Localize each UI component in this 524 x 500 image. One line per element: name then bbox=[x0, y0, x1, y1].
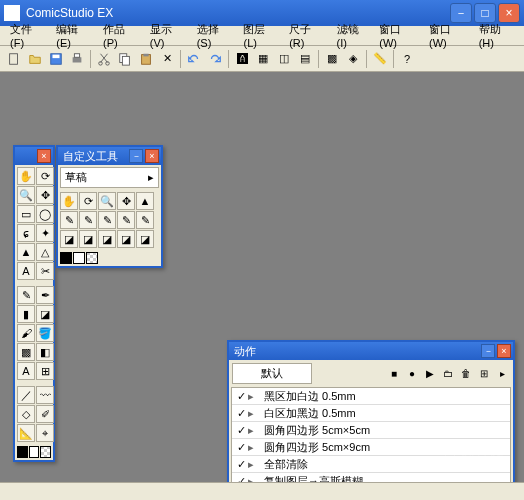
tools-panel-close[interactable]: × bbox=[37, 149, 51, 163]
action-expand-icon[interactable]: ▸ bbox=[248, 441, 262, 454]
toolbar-delete-icon[interactable]: ✕ bbox=[157, 49, 177, 69]
toolbar-open-icon[interactable] bbox=[25, 49, 45, 69]
menu-help[interactable]: 帮助(H) bbox=[473, 20, 520, 51]
menu-edit[interactable]: 编辑(E) bbox=[50, 20, 97, 51]
toolbar-grid-icon[interactable]: ▦ bbox=[253, 49, 273, 69]
ct-swatch-black[interactable] bbox=[60, 252, 72, 264]
actions-new-icon[interactable]: ⊞ bbox=[476, 366, 492, 382]
tool-marquee-ellipse-icon[interactable]: ◯ bbox=[36, 205, 54, 223]
tool-pencil-icon[interactable]: ✎ bbox=[17, 286, 35, 304]
action-expand-icon[interactable]: ▸ bbox=[248, 390, 262, 403]
action-row[interactable]: ✓▸圆角四边形 5cm×5cm bbox=[232, 422, 510, 439]
tool-path-icon[interactable]: ✐ bbox=[36, 405, 54, 423]
toolbar-btn7[interactable]: ◈ bbox=[343, 49, 363, 69]
menu-file[interactable]: 文件(F) bbox=[4, 20, 50, 51]
actions-play-icon[interactable]: ▶ bbox=[422, 366, 438, 382]
toolbar-undo-icon[interactable] bbox=[184, 49, 204, 69]
tool-lasso-icon[interactable]: ɕ bbox=[17, 224, 35, 242]
toolbar-paste-icon[interactable] bbox=[136, 49, 156, 69]
menu-layer[interactable]: 图层(L) bbox=[237, 20, 283, 51]
ct-zoom-icon[interactable]: 🔍 bbox=[98, 192, 116, 210]
action-checkbox-icon[interactable]: ✓ bbox=[234, 390, 248, 403]
tool-line-icon[interactable]: ／ bbox=[17, 386, 35, 404]
action-expand-icon[interactable]: ▸ bbox=[248, 407, 262, 420]
tool-gradient-icon[interactable]: ◧ bbox=[36, 343, 54, 361]
menu-ruler[interactable]: 尺子(R) bbox=[283, 20, 330, 51]
ct-arrow-icon[interactable]: ▲ bbox=[136, 192, 154, 210]
actions-stop-icon[interactable]: ■ bbox=[386, 366, 402, 382]
tool-zoom-icon[interactable]: 🔍 bbox=[17, 186, 35, 204]
actions-menu-icon[interactable]: ▸ bbox=[494, 366, 510, 382]
toolbar-save-icon[interactable] bbox=[46, 49, 66, 69]
tool-pen-icon[interactable]: ✒ bbox=[36, 286, 54, 304]
custom-tools-close[interactable]: × bbox=[145, 149, 159, 163]
action-expand-icon[interactable]: ▸ bbox=[248, 424, 262, 437]
tool-bucket-icon[interactable]: 🪣 bbox=[36, 324, 54, 342]
toolbar-new-icon[interactable] bbox=[4, 49, 24, 69]
menu-filter[interactable]: 滤镜(I) bbox=[331, 20, 374, 51]
ct-move-icon[interactable]: ✥ bbox=[117, 192, 135, 210]
tool-ruler2-icon[interactable]: 📐 bbox=[17, 424, 35, 442]
action-row[interactable]: ✓▸黑区加白边 0.5mm bbox=[232, 388, 510, 405]
toolbar-ruler-icon[interactable]: 📏 bbox=[370, 49, 390, 69]
actions-trash-icon[interactable]: 🗑 bbox=[458, 366, 474, 382]
tool-rotate-icon[interactable]: ⟳ bbox=[36, 167, 54, 185]
tool-text-icon[interactable]: A bbox=[17, 262, 35, 280]
actions-minimize[interactable]: － bbox=[481, 344, 495, 358]
tool-eraser-icon[interactable]: ◪ bbox=[36, 305, 54, 323]
actions-folder-icon[interactable]: 🗀 bbox=[440, 366, 456, 382]
tool-pattern-icon[interactable]: ▩ bbox=[17, 343, 35, 361]
ct-eraser2-icon[interactable]: ◪ bbox=[79, 230, 97, 248]
tool-cut-icon[interactable]: ✂ bbox=[36, 262, 54, 280]
action-checkbox-icon[interactable]: ✓ bbox=[234, 424, 248, 437]
actions-close[interactable]: × bbox=[497, 344, 511, 358]
swatch-black[interactable] bbox=[17, 446, 28, 458]
ct-pencil1-icon[interactable]: ✎ bbox=[60, 211, 78, 229]
toolbar-print-icon[interactable] bbox=[67, 49, 87, 69]
ct-eraser3-icon[interactable]: ◪ bbox=[98, 230, 116, 248]
toolbar-cut-icon[interactable] bbox=[94, 49, 114, 69]
ct-pencil3-icon[interactable]: ✎ bbox=[98, 211, 116, 229]
tool-brush-icon[interactable]: 🖌 bbox=[17, 324, 35, 342]
toolbar-a-icon[interactable]: 🅰 bbox=[232, 49, 252, 69]
toolbar-btn5[interactable]: ▤ bbox=[295, 49, 315, 69]
actions-default-button[interactable]: 默认 bbox=[232, 363, 312, 384]
ct-eraser1-icon[interactable]: ◪ bbox=[60, 230, 78, 248]
tool-curve-icon[interactable]: 〰 bbox=[36, 386, 54, 404]
toolbar-layers-icon[interactable]: ◫ bbox=[274, 49, 294, 69]
tool-shape-icon[interactable]: ◇ bbox=[17, 405, 35, 423]
ct-pencil4-icon[interactable]: ✎ bbox=[117, 211, 135, 229]
tool-marquee-rect-icon[interactable]: ▭ bbox=[17, 205, 35, 223]
custom-tools-dropdown[interactable]: 草稿 ▸ bbox=[60, 167, 159, 188]
tool-move-icon[interactable]: ✥ bbox=[36, 186, 54, 204]
tool-text2-icon[interactable]: A bbox=[17, 362, 35, 380]
ct-pencil5-icon[interactable]: ✎ bbox=[136, 211, 154, 229]
custom-tools-minimize[interactable]: － bbox=[129, 149, 143, 163]
menu-view[interactable]: 显示(V) bbox=[144, 20, 191, 51]
ct-rotate-icon[interactable]: ⟳ bbox=[79, 192, 97, 210]
swatch-white[interactable] bbox=[29, 446, 40, 458]
action-expand-icon[interactable]: ▸ bbox=[248, 458, 262, 471]
swatch-transparent[interactable] bbox=[40, 446, 51, 458]
tool-perspective-icon[interactable]: ⌖ bbox=[36, 424, 54, 442]
menu-window2[interactable]: 窗口(W) bbox=[423, 20, 473, 51]
ct-eraser4-icon[interactable]: ◪ bbox=[117, 230, 135, 248]
menu-select[interactable]: 选择(S) bbox=[191, 20, 238, 51]
tool-marker-icon[interactable]: ▮ bbox=[17, 305, 35, 323]
menu-window1[interactable]: 窗口(W) bbox=[373, 20, 423, 51]
action-checkbox-icon[interactable]: ✓ bbox=[234, 458, 248, 471]
action-checkbox-icon[interactable]: ✓ bbox=[234, 407, 248, 420]
action-checkbox-icon[interactable]: ✓ bbox=[234, 441, 248, 454]
toolbar-checker-icon[interactable]: ▩ bbox=[322, 49, 342, 69]
tool-arrow-black-icon[interactable]: ▲ bbox=[17, 243, 35, 261]
ct-pencil2-icon[interactable]: ✎ bbox=[79, 211, 97, 229]
ct-eraser5-icon[interactable]: ◪ bbox=[136, 230, 154, 248]
toolbar-copy-icon[interactable] bbox=[115, 49, 135, 69]
menu-works[interactable]: 作品(P) bbox=[97, 20, 144, 51]
toolbar-help-icon[interactable]: ? bbox=[397, 49, 417, 69]
actions-record-icon[interactable]: ● bbox=[404, 366, 420, 382]
tool-wand-icon[interactable]: ✦ bbox=[36, 224, 54, 242]
toolbar-redo-icon[interactable] bbox=[205, 49, 225, 69]
ct-swatch-white[interactable] bbox=[73, 252, 85, 264]
tool-arrow-white-icon[interactable]: △ bbox=[36, 243, 54, 261]
